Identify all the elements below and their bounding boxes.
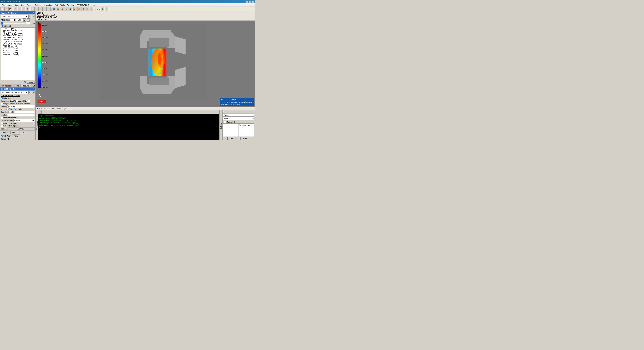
cmd-close-btn[interactable]: ✕ xyxy=(38,110,42,113)
toolbar-btn1[interactable]: + xyxy=(14,7,17,11)
tab-results[interactable]: Results xyxy=(21,84,31,87)
toolbar-new[interactable]: 📄 xyxy=(0,7,4,11)
tab-workspace[interactable]: Workspace xyxy=(0,84,13,87)
levels-input[interactable] xyxy=(6,114,35,116)
toolbar-btn4[interactable]: ⟳ xyxy=(26,7,29,11)
tree-item-xdisp[interactable]: X DISPLACEMENT [node] xyxy=(1,32,34,34)
clear-button[interactable]: Clear xyxy=(240,137,250,140)
nav-arrows-down[interactable]: ▼ xyxy=(39,96,41,98)
menu-objects[interactable]: Objects xyxy=(33,4,42,6)
step-size-input[interactable] xyxy=(8,111,35,113)
toolbar-btn10[interactable]: ⬡ xyxy=(60,7,64,11)
menu-case[interactable]: Case xyxy=(13,4,20,6)
minimize-btn[interactable]: ─ xyxy=(246,1,248,3)
time-up-btn[interactable]: ▲ xyxy=(23,19,26,22)
menu-view[interactable]: View xyxy=(6,4,13,6)
auto-range-checkbox[interactable] xyxy=(1,97,3,99)
nav-arrows-right[interactable]: ► xyxy=(41,93,44,96)
expand-icon[interactable]: ▷ xyxy=(1,25,2,27)
tree-item-temperature[interactable]: TEMPERATURE [node] xyxy=(1,30,34,32)
tree-item-ydisp[interactable]: Y DISPLACEMENT [node] xyxy=(1,34,34,36)
tree-item-zvel[interactable]: Z VELOCITY [node] xyxy=(1,52,34,54)
nav-arrows-left[interactable]: ◄ xyxy=(36,93,39,96)
case-select[interactable]: Case 1 [blocker1.don] xyxy=(1,15,28,18)
toolbar-btn14[interactable]: ⏪ xyxy=(78,7,81,11)
datum-checkbox[interactable] xyxy=(6,105,8,108)
multi-select-checkbox[interactable] xyxy=(224,121,226,123)
toolbar-btn11[interactable]: ◎ xyxy=(64,7,68,11)
model-svg[interactable] xyxy=(61,24,246,100)
close-btn[interactable]: ✕ xyxy=(252,1,254,3)
tree-item-eqstrain[interactable]: EQ_STRAIN [3D element] xyxy=(1,41,34,43)
sel-type-select[interactable]: Nodes Elements Parts xyxy=(223,113,254,117)
menu-animation[interactable]: Animation xyxy=(42,4,53,6)
toolbar-btn5[interactable]: ⬜ xyxy=(31,7,34,11)
mode-steps-radio[interactable] xyxy=(6,108,8,110)
toolbar-btn8[interactable]: ├ xyxy=(43,7,46,11)
menu-plot[interactable]: Plot xyxy=(53,4,59,6)
menu-result[interactable]: Result xyxy=(26,4,33,6)
toolbar-btn15[interactable]: ⏸ xyxy=(82,7,85,11)
maximize-btn[interactable]: □ xyxy=(248,1,251,3)
scalar-select[interactable]: Scl: TEMPERATURE [node] xyxy=(1,91,28,94)
toolbar-btn17[interactable]: ⏭ xyxy=(90,7,93,11)
mode-steps-label[interactable]: Steps xyxy=(6,108,13,110)
auto-apply-label[interactable]: Auto Apply xyxy=(1,135,11,137)
tab-settings[interactable]: Settings xyxy=(1,131,10,134)
mode-levels-label[interactable]: Levels xyxy=(14,108,22,110)
tab-filtering[interactable]: Filtering xyxy=(10,131,20,134)
nav-arrows-up[interactable]: ▲ xyxy=(39,91,41,94)
toolbar-btn16[interactable]: ⏩ xyxy=(86,7,89,11)
tree-item-contact[interactable]: CONTACT [node] xyxy=(1,28,34,30)
menu-file[interactable]: File xyxy=(1,4,6,6)
datum-input[interactable] xyxy=(9,105,35,108)
apply-check-label[interactable] xyxy=(24,81,26,83)
mode-levels-radio[interactable] xyxy=(14,108,16,110)
log-scale-checkbox[interactable] xyxy=(1,117,3,119)
bottom-apply-btn[interactable]: Apply xyxy=(12,134,20,137)
toolbar-btn6[interactable]: ═ xyxy=(35,7,38,11)
scalar-prev-btn[interactable]: ◄ xyxy=(28,91,31,94)
step-input[interactable] xyxy=(26,22,31,25)
toolbar-zoom[interactable]: 🔍 xyxy=(105,7,108,11)
project-workspace-close[interactable]: ✕ xyxy=(33,12,34,14)
toolbar-open[interactable]: 📁 xyxy=(4,7,8,11)
step-slider[interactable] xyxy=(1,22,25,25)
tree-item-allvel[interactable]: All VELOCITY [node] xyxy=(1,54,34,56)
tree-item-yvel[interactable]: Y VELOCITY [node] xyxy=(1,49,34,52)
toolbar-fit[interactable]: ⊡ xyxy=(100,7,104,11)
h-value-input[interactable] xyxy=(16,19,23,21)
tab-plots[interactable]: Plots xyxy=(13,84,21,87)
tree-item-zdisp[interactable]: Z DISPLACEMENT [node] xyxy=(1,36,34,39)
legend-coloring-select[interactable]: Normal Reverse Custom xyxy=(14,119,35,122)
window-controls[interactable]: ─ □ ✕ xyxy=(246,1,254,3)
apply-checkbox[interactable] xyxy=(24,81,26,83)
scalar-next-btn[interactable]: ► xyxy=(32,91,35,94)
tab-info[interactable]: Info xyxy=(20,131,26,134)
tree-item-fold[interactable]: FOLD [3D element] xyxy=(1,45,34,47)
case-up-btn[interactable]: ▲ xyxy=(28,15,31,18)
case-down-btn[interactable]: ▼ xyxy=(32,15,35,18)
toolbar-btn13[interactable]: ⏮ xyxy=(74,7,77,11)
range-min-input[interactable] xyxy=(10,100,18,102)
time-value-input[interactable] xyxy=(6,19,14,21)
toolbar-btn3[interactable]: ↩ xyxy=(22,7,25,11)
toolbar-cube[interactable]: 📦 xyxy=(56,7,60,11)
tree-item-xvel[interactable]: X VELOCITY [node] xyxy=(1,47,34,49)
menu-window[interactable]: Window xyxy=(66,4,75,6)
range-max-input[interactable] xyxy=(22,100,30,102)
tree-item-latandcn[interactable]: LATANDCN [3D element] xyxy=(1,43,34,45)
menu-help[interactable]: Help xyxy=(90,4,97,6)
auto-apply-checkbox[interactable] xyxy=(1,135,3,137)
tree-item-alldisp[interactable]: All DISPLACEMENT [node] xyxy=(1,39,34,41)
apply-button[interactable]: Apply xyxy=(27,81,35,84)
continuous-legend-checkbox[interactable] xyxy=(1,122,3,124)
menu-tools[interactable]: Tools xyxy=(59,4,66,6)
menu-transvalor[interactable]: TRANSVALOR xyxy=(75,4,90,6)
toolbar-save[interactable]: 💾 xyxy=(8,7,12,11)
toolbar-btn2[interactable]: ▶ xyxy=(18,7,21,11)
menu-set[interactable]: Set xyxy=(20,4,26,6)
viewport[interactable]: Frin 1252.39 1230.22 1208.05 1185.88 116… xyxy=(36,21,255,107)
object-properties-close[interactable]: ✕ xyxy=(33,88,34,90)
search-button[interactable]: Search... xyxy=(228,137,240,140)
